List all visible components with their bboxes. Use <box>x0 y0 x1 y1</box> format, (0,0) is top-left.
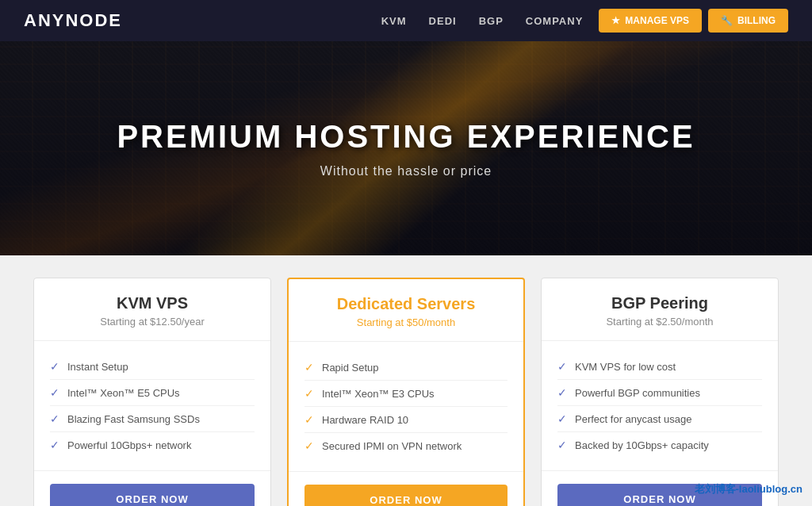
card-kvm: KVM VPSStarting at $12.50/year✓Instant S… <box>33 278 271 506</box>
checkmark-icon: ✓ <box>304 387 314 400</box>
hero-title: PREMIUM HOSTING EXPERIENCE <box>117 119 695 155</box>
feature-label: Blazing Fast Samsung SSDs <box>67 413 200 425</box>
feature-item: ✓Perfect for anycast usage <box>557 406 762 432</box>
feature-label: Rapid Setup <box>322 362 379 374</box>
card-footer-kvm: ORDER NOW <box>34 471 270 506</box>
card-subtitle-bgp: Starting at $2.50/month <box>557 316 762 328</box>
order-now-button-kvm[interactable]: ORDER NOW <box>50 484 255 506</box>
card-bgp: BGP PeeringStarting at $2.50/month✓KVM V… <box>541 278 779 506</box>
checkmark-icon: ✓ <box>50 386 59 399</box>
feature-item: ✓Powerful BGP communities <box>557 380 762 406</box>
star-icon: ★ <box>611 15 620 26</box>
nav-item-company[interactable]: COMPANY <box>526 15 583 27</box>
feature-item: ✓Secured IPMI on VPN network <box>304 433 508 458</box>
feature-label: Powerful BGP communities <box>575 387 700 399</box>
card-subtitle-dedicated: Starting at $50/month <box>304 316 508 328</box>
card-title-kvm: KVM VPS <box>50 294 255 312</box>
feature-item: ✓Instant Setup <box>50 354 255 380</box>
watermark: 老刘博客-laoliublog.cn <box>695 482 803 496</box>
feature-label: Secured IPMI on VPN network <box>322 440 462 452</box>
checkmark-icon: ✓ <box>50 439 59 451</box>
nav-item-bgp[interactable]: BGP <box>479 15 504 27</box>
checkmark-icon: ✓ <box>557 412 567 425</box>
card-header-bgp: BGP PeeringStarting at $2.50/month <box>542 278 778 341</box>
card-features-kvm: ✓Instant Setup✓Intel™ Xeon™ E5 CPUs✓Blaz… <box>34 341 270 471</box>
cards-section: KVM VPSStarting at $12.50/year✓Instant S… <box>0 255 812 506</box>
checkmark-icon: ✓ <box>557 439 567 451</box>
hero-section: PREMIUM HOSTING EXPERIENCE Without the h… <box>0 41 812 255</box>
feature-label: Intel™ Xeon™ E5 CPUs <box>67 387 180 399</box>
feature-label: Backed by 10Gbps+ capacity <box>575 439 709 451</box>
checkmark-icon: ✓ <box>50 412 59 425</box>
feature-label: Instant Setup <box>67 361 128 373</box>
feature-label: KVM VPS for low cost <box>575 361 676 373</box>
header-buttons: ★ MANAGE VPS 🔧 BILLING <box>599 9 788 33</box>
card-title-bgp: BGP Peering <box>557 294 762 312</box>
checkmark-icon: ✓ <box>557 386 567 399</box>
nav-item-dedi[interactable]: DEDI <box>429 15 457 27</box>
nav-item-kvm[interactable]: KVM <box>381 15 407 27</box>
nav: KVM DEDI BGP COMPANY <box>381 15 584 27</box>
checkmark-icon: ✓ <box>557 360 567 373</box>
feature-item: ✓Powerful 10Gbps+ network <box>50 432 255 458</box>
card-features-bgp: ✓KVM VPS for low cost✓Powerful BGP commu… <box>542 341 778 471</box>
feature-item: ✓KVM VPS for low cost <box>557 354 762 380</box>
feature-item: ✓Intel™ Xeon™ E3 CPUs <box>304 381 508 407</box>
feature-item: ✓Intel™ Xeon™ E5 CPUs <box>50 380 255 406</box>
logo[interactable]: ANYNODE <box>24 10 122 31</box>
checkmark-icon: ✓ <box>304 361 314 374</box>
checkmark-icon: ✓ <box>304 439 314 452</box>
feature-item: ✓Backed by 10Gbps+ capacity <box>557 432 762 458</box>
checkmark-icon: ✓ <box>50 360 59 373</box>
hero-subtitle: Without the hassle or price <box>117 164 695 178</box>
card-footer-dedicated: ORDER NOW <box>289 472 523 506</box>
order-now-button-dedicated[interactable]: ORDER NOW <box>304 485 508 506</box>
feature-label: Powerful 10Gbps+ network <box>67 439 191 451</box>
card-header-dedicated: Dedicated ServersStarting at $50/month <box>289 279 523 342</box>
card-features-dedicated: ✓Rapid Setup✓Intel™ Xeon™ E3 CPUs✓Hardwa… <box>289 342 523 472</box>
header: ANYNODE KVM DEDI BGP COMPANY ★ MANAGE VP… <box>0 0 812 41</box>
manage-vps-button[interactable]: ★ MANAGE VPS <box>599 9 702 33</box>
card-dedicated: Dedicated ServersStarting at $50/month✓R… <box>287 278 525 506</box>
billing-button[interactable]: 🔧 BILLING <box>708 9 788 33</box>
card-header-kvm: KVM VPSStarting at $12.50/year <box>34 278 270 341</box>
feature-item: ✓Blazing Fast Samsung SSDs <box>50 406 255 432</box>
checkmark-icon: ✓ <box>304 413 314 426</box>
card-title-dedicated: Dedicated Servers <box>304 295 508 313</box>
hero-content: PREMIUM HOSTING EXPERIENCE Without the h… <box>117 119 695 178</box>
feature-item: ✓Hardware RAID 10 <box>304 407 508 433</box>
wrench-icon: 🔧 <box>721 15 733 26</box>
card-subtitle-kvm: Starting at $12.50/year <box>50 316 255 328</box>
feature-label: Perfect for anycast usage <box>575 413 691 425</box>
feature-label: Intel™ Xeon™ E3 CPUs <box>322 388 435 400</box>
feature-label: Hardware RAID 10 <box>322 414 408 426</box>
feature-item: ✓Rapid Setup <box>304 355 508 381</box>
